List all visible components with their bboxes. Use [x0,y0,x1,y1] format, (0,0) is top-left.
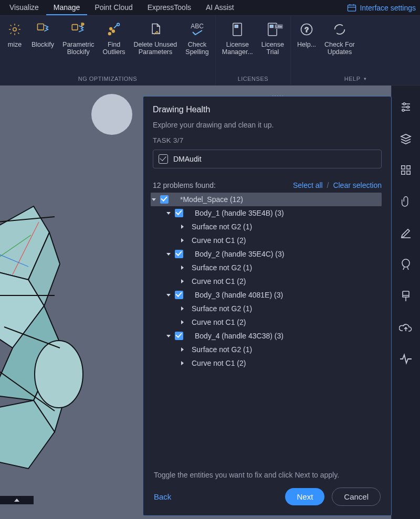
parametric-blockify-button[interactable]: P Parametric Blockify [58,19,98,58]
chevron-down-icon[interactable] [165,210,172,216]
outliers-icon [106,21,122,38]
scroll-caret[interactable] [0,496,34,504]
license-trial-icon: Lite [264,21,281,38]
chevron-down-icon[interactable] [165,333,172,339]
tree-issue-row[interactable]: Curve not C1 (2) [151,274,382,288]
panel-drag-handle[interactable] [272,90,284,93]
find-outliers-button[interactable]: Find Outliers [99,19,130,58]
svg-rect-44 [403,291,409,295]
paperclip-icon[interactable] [399,195,413,208]
blockify-button[interactable]: Blockify [27,19,58,58]
ribbon-group-help: ? Help... Check For Updates HELP ▾ [291,16,420,85]
svg-point-24 [35,341,83,408]
tree-checkbox[interactable] [175,332,183,340]
chevron-right-icon[interactable] [179,278,185,284]
tab-point-cloud[interactable]: Point Cloud [87,1,140,15]
tree-issue-label: Surface not G2 (1) [192,304,252,313]
ribbon-label: Parameters [139,48,173,56]
svg-point-37 [407,106,409,108]
edit-icon[interactable] [399,226,413,240]
tree-issue-row[interactable]: Surface not G2 (1) [151,343,382,356]
chevron-right-icon[interactable] [179,319,185,325]
tree-issue-row[interactable]: Surface not G2 (1) [151,220,382,234]
layers-icon[interactable] [399,132,413,145]
select-all-link[interactable]: Select all [293,181,323,189]
license-trial-button[interactable]: Lite License Trial [257,19,288,58]
chevron-down-icon[interactable] [165,292,172,298]
view-compass[interactable] [91,94,132,135]
ribbon-group-label: LICENSES [218,72,288,85]
tree-body-row[interactable]: Body_4 (handle 43C38) (3) [151,329,382,343]
ribbon-label: License [226,41,249,48]
chevron-right-icon[interactable] [179,237,185,243]
tree-root-row[interactable]: *Model_Space (12) [151,193,382,206]
check-spelling-button[interactable]: ABC Check Spelling [181,19,213,58]
ribbon-group-label[interactable]: HELP ▾ [293,72,418,85]
tree-issue-row[interactable]: Curve not C1 (2) [151,315,382,329]
panel-buttons-row: Back Next Cancel [154,488,381,506]
clear-selection-link[interactable]: Clear selection [333,181,382,189]
tree-checkbox[interactable] [175,291,183,299]
svg-rect-0 [348,5,356,12]
next-button[interactable]: Next [285,488,324,505]
grid-icon[interactable] [399,163,413,177]
brush-icon[interactable] [399,289,413,303]
tree-checkbox[interactable] [160,195,169,204]
svg-rect-42 [407,171,410,174]
tab-expresstools[interactable]: ExpressTools [140,1,198,15]
side-toolbar [391,86,420,519]
back-button[interactable]: Back [154,492,171,501]
chevron-right-icon[interactable] [179,305,185,312]
tree-body-row[interactable]: Body_3 (handle 4081E) (3) [151,288,382,302]
svg-point-4 [13,28,17,31]
chevron-right-icon[interactable] [179,224,185,230]
ribbon-label: Blockify [32,41,54,48]
interface-settings-button[interactable]: Interface settings [347,0,416,16]
sliders-icon[interactable] [399,100,413,114]
help-button[interactable]: ? Help... [293,19,320,58]
tree-issue-row[interactable]: Curve not C1 (2) [151,356,382,370]
chevron-down-icon[interactable] [151,196,157,203]
chevron-down-icon: ▾ [364,76,367,81]
ribbon-group-optimizations: mize Blockify P Parametric Blockify F [0,16,216,85]
tree-checkbox[interactable] [175,209,183,217]
svg-point-11 [117,23,120,26]
chevron-right-icon[interactable] [179,346,185,353]
spelling-icon: ABC [189,21,206,38]
tree-issue-row[interactable]: Curve not C1 (2) [151,234,382,247]
tree-issue-row[interactable]: Surface not G2 (1) [151,261,382,274]
chevron-right-icon[interactable] [179,264,185,271]
cancel-button[interactable]: Cancel [332,488,381,506]
optimize-button[interactable]: mize [2,19,27,58]
tree-body-label: Body_2 (handle 35E4C) (3) [195,250,284,258]
tree-root-label: *Model_Space (12) [180,195,243,204]
ribbon-label: Find [108,41,120,48]
license-manager-button[interactable]: License Manager... [218,19,257,58]
top-tab-bar: VisualizeManagePoint CloudExpressToolsAI… [0,0,420,16]
ribbon-label: Blockify [67,48,90,56]
tree-checkbox[interactable] [175,250,183,258]
license-icon [229,21,246,38]
tree-issue-label: Surface not G2 (1) [192,223,252,231]
balloon-icon[interactable] [399,258,413,271]
activity-icon[interactable] [399,352,413,366]
svg-rect-6 [72,25,78,30]
ribbon-label: Delete Unused [134,41,177,48]
cloud-upload-icon[interactable] [399,321,413,334]
parametric-blockify-icon: P [70,21,87,38]
chevron-down-icon[interactable] [165,251,172,257]
check-updates-button[interactable]: Check For Updates [320,19,359,58]
tree-issue-row[interactable]: Surface not G2 (1) [151,302,382,315]
interface-settings-label: Interface settings [360,4,416,12]
tab-ai-assist[interactable]: AI Assist [198,1,242,15]
delete-unused-button[interactable]: Delete Unused Parameters [130,19,182,58]
problems-count-label: 12 problems found: [153,181,216,189]
task-field[interactable]: DMAudit [153,150,382,168]
tree-issue-label: Surface not G2 (1) [192,263,252,272]
tab-manage[interactable]: Manage [46,1,88,15]
ribbon-label: Outliers [103,48,125,56]
chevron-right-icon[interactable] [179,360,185,366]
tab-visualize[interactable]: Visualize [2,1,46,15]
tree-body-row[interactable]: Body_1 (handle 35E4B) (3) [151,206,382,220]
tree-body-row[interactable]: Body_2 (handle 35E4C) (3) [151,247,382,261]
